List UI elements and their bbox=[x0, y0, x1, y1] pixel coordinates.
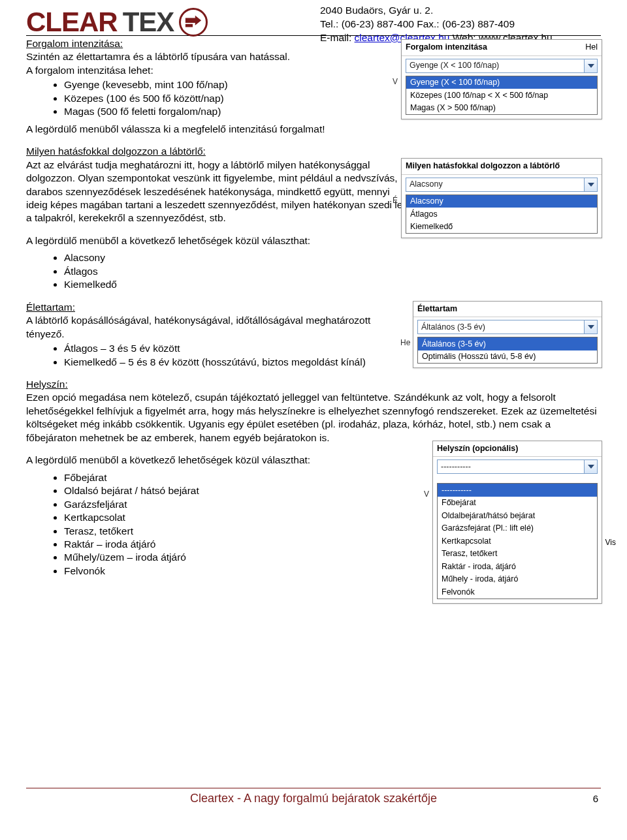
list-item: Kertkapcsolat bbox=[64, 511, 405, 524]
section-hatasfok: Milyen hatásfokkal dolgozzon a lábtörlő … bbox=[26, 145, 601, 292]
dropdown-option[interactable]: Felvonók bbox=[438, 585, 597, 599]
dropdown-forgalom[interactable]: Gyenge (X < 100 fő/nap) Közepes (100 fő/… bbox=[406, 76, 598, 116]
inset-head: Milyen hatásfokkal dolgozzon a lábtörlő bbox=[402, 159, 602, 175]
logo-text-clear: CLEAR bbox=[26, 4, 118, 40]
inset-sidechar-right: Vis bbox=[605, 538, 616, 548]
section-helyszin: Helyszín (opcionális) ----------- V Vis … bbox=[26, 378, 601, 578]
inset-head: Helyszín (opcionális) bbox=[433, 441, 602, 458]
chevron-down-icon[interactable] bbox=[584, 178, 597, 191]
bullet-list: Átlagos – 3 és 5 év között Kiemelkedő – … bbox=[26, 342, 405, 369]
page-footer: Cleartex - A nagy forgalmú bejáratok sza… bbox=[26, 788, 601, 807]
dropdown-option[interactable]: Garázsfejárat (Pl.: lift elé) bbox=[438, 522, 597, 535]
dropdown-option[interactable]: Átlagos bbox=[406, 208, 597, 221]
inset-hatasfok: Milyen hatásfokkal dolgozzon a lábtörlő … bbox=[401, 158, 602, 238]
bullet-list: Alacsony Átlagos Kiemelkedő bbox=[26, 251, 405, 291]
dropdown-option[interactable]: Kiemelkedő bbox=[406, 221, 597, 234]
dropdown-option[interactable]: Alacsony bbox=[406, 195, 597, 208]
combo-value: Gyenge (X < 100 fő/nap) bbox=[406, 60, 584, 71]
section-lead: A legördülő menüből a következő lehetősé… bbox=[26, 234, 405, 247]
section-para: Azt az elvárást tudja meghatározni itt, … bbox=[26, 159, 402, 224]
bullet-list: Gyenge (kevesebb, mint 100 fő/nap) Közep… bbox=[26, 78, 405, 118]
list-item: Közepes (100 és 500 fő között/nap) bbox=[64, 92, 405, 105]
inset-head-right: Hel bbox=[585, 42, 598, 53]
list-item: Átlagos – 3 és 5 év között bbox=[64, 342, 405, 355]
footer-rule bbox=[26, 788, 601, 788]
inset-forgalom-head: Forgalom intenzitása Hel bbox=[402, 40, 602, 56]
logo: CLEARTEX bbox=[26, 4, 208, 40]
inset-sidechar: É bbox=[393, 196, 398, 206]
list-item: Átlagos bbox=[64, 265, 405, 278]
logo-arrow-icon bbox=[179, 8, 208, 37]
chevron-down-icon[interactable] bbox=[584, 59, 597, 72]
combo-hatasfok[interactable]: Alacsony bbox=[406, 178, 598, 192]
section-para: Ezen opció megadása nem kötelező, csupán… bbox=[26, 392, 597, 443]
inset-forgalom: Forgalom intenzitása Hel V Gyenge (X < 1… bbox=[401, 39, 602, 119]
inset-head: Élettartam bbox=[413, 302, 602, 318]
contact-phone: Tel.: (06-23) 887-400 Fax.: (06-23) 887-… bbox=[320, 18, 553, 31]
section-lead: A legördülő menüből a következő lehetősé… bbox=[26, 454, 405, 467]
inset-elettartam: Élettartam He Általános (3-5 év) Általán… bbox=[413, 301, 602, 369]
combo-value: Általános (3-5 év) bbox=[418, 322, 584, 333]
dropdown-elettartam[interactable]: Általános (3-5 év) Optimális (Hosszú táv… bbox=[417, 337, 598, 364]
section-title: Helyszín: bbox=[26, 379, 68, 390]
section-elettartam: Élettartam He Általános (3-5 év) Általán… bbox=[26, 301, 601, 369]
combo-elettartam[interactable]: Általános (3-5 év) bbox=[417, 320, 598, 334]
section-forgalom: Forgalom intenzitása Hel V Gyenge (X < 1… bbox=[26, 37, 601, 136]
dropdown-option[interactable]: Általános (3-5 év) bbox=[418, 337, 597, 350]
list-item: Kiemelkedő bbox=[64, 278, 405, 291]
combo-value: Alacsony bbox=[406, 179, 584, 190]
dropdown-option[interactable]: Kertkapcsolat bbox=[438, 535, 597, 548]
combo-helyszin[interactable]: ----------- bbox=[437, 459, 598, 474]
list-item: Terasz, tetőkert bbox=[64, 525, 405, 538]
footer-text: Cleartex - A nagy forgalmú bejáratok sza… bbox=[190, 792, 437, 805]
dropdown-option[interactable]: Főbejárat bbox=[438, 497, 597, 510]
combo-forgalom[interactable]: Gyenge (X < 100 fő/nap) bbox=[406, 59, 598, 73]
dropdown-option[interactable]: Magas (X > 500 fő/nap) bbox=[406, 102, 597, 115]
list-item: Garázsfeljárat bbox=[64, 498, 405, 511]
dropdown-option[interactable]: Közepes (100 fő/nap < X < 500 fő/nap bbox=[406, 89, 597, 102]
dropdown-helyszin[interactable]: ----------- Főbejárat Oldalbejárat/hátsó… bbox=[437, 483, 598, 599]
dropdown-option[interactable]: Terasz, tetőkert bbox=[438, 548, 597, 561]
section-lead: A forgalom intenzitása lehet: bbox=[26, 65, 153, 76]
list-item: Műhely/üzem – iroda átjáró bbox=[64, 551, 405, 564]
list-item: Kiemelkedő – 5 és 8 év között (hosszútáv… bbox=[64, 356, 405, 369]
bullet-list: Főbejárat Oldalsó bejárat / hátsó bejára… bbox=[26, 471, 405, 578]
inset-sidechar: V bbox=[393, 77, 398, 87]
dropdown-option[interactable]: Műhely - iroda, átjáró bbox=[438, 573, 597, 586]
list-item: Alacsony bbox=[64, 251, 405, 264]
list-item: Gyenge (kevesebb, mint 100 fő/nap) bbox=[64, 78, 405, 91]
section-para: A lábtörlő kopásállóságával, hatékonyság… bbox=[26, 315, 370, 339]
dropdown-option[interactable]: Gyenge (X < 100 fő/nap) bbox=[406, 76, 597, 89]
list-item: Oldalsó bejárat / hátsó bejárat bbox=[64, 484, 405, 497]
section-instruction: A legördülő menüből válassza ki a megfel… bbox=[26, 123, 405, 136]
list-item: Magas (500 fő feletti forgalom/nap) bbox=[64, 105, 405, 118]
inset-sidechar: He bbox=[400, 338, 410, 349]
section-intro: Szintén az élettartamra és a lábtörlő tí… bbox=[26, 51, 290, 62]
dropdown-hatasfok[interactable]: Alacsony Átlagos Kiemelkedő bbox=[406, 194, 598, 234]
inset-sidechar: V bbox=[424, 490, 429, 500]
dropdown-option[interactable]: Oldalbejárat/hátsó bejárat bbox=[438, 509, 597, 522]
logo-text-tex: TEX bbox=[123, 4, 174, 40]
contact-address: 2040 Budaörs, Gyár u. 2. bbox=[320, 4, 553, 18]
section-title: Milyen hatásfokkal dolgozzon a lábtörlő: bbox=[26, 146, 206, 157]
combo-value: ----------- bbox=[438, 461, 584, 473]
section-title: Élettartam: bbox=[26, 302, 75, 313]
list-item: Felvonók bbox=[64, 565, 405, 578]
list-item: Raktár – iroda átjáró bbox=[64, 538, 405, 551]
inset-head-left: Forgalom intenzitása bbox=[406, 42, 487, 52]
chevron-down-icon[interactable] bbox=[584, 460, 597, 473]
inset-helyszin: Helyszín (opcionális) ----------- V Vis … bbox=[432, 441, 602, 604]
page-number: 6 bbox=[593, 792, 598, 805]
list-item: Főbejárat bbox=[64, 471, 405, 484]
section-title: Forgalom intenzitása: bbox=[26, 38, 123, 49]
dropdown-option[interactable]: ----------- bbox=[438, 484, 597, 497]
chevron-down-icon[interactable] bbox=[584, 320, 597, 334]
dropdown-option[interactable]: Optimális (Hosszú távú, 5-8 év) bbox=[418, 350, 597, 364]
dropdown-option[interactable]: Raktár - iroda, átjáró bbox=[438, 560, 597, 573]
